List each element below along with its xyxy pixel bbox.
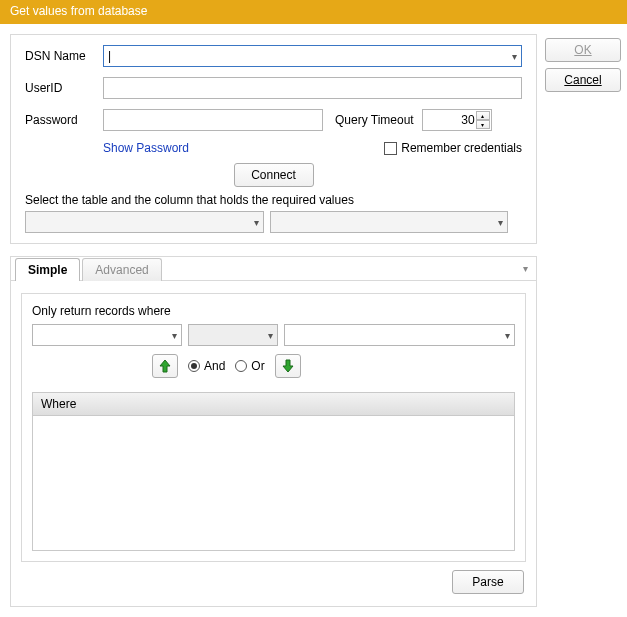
timeout-spinner[interactable]: 30 ▴ ▾ — [422, 109, 492, 131]
radio-selected-icon — [188, 360, 200, 372]
where-value-combo[interactable] — [284, 324, 515, 346]
column-combo[interactable] — [270, 211, 509, 233]
cancel-button[interactable]: Cancel — [545, 68, 621, 92]
show-password-link[interactable]: Show Password — [103, 141, 189, 155]
tab-overflow-icon[interactable] — [523, 263, 528, 274]
dsn-value: | — [108, 49, 111, 63]
arrow-up-icon — [159, 359, 171, 373]
dialog-window: Get values from database DSN Name | User… — [0, 0, 627, 617]
tab-advanced[interactable]: Advanced — [82, 258, 161, 281]
filter-heading: Only return records where — [32, 304, 515, 318]
remember-label: Remember credentials — [401, 141, 522, 155]
dialog-body: DSN Name | UserID Password Query Timeout… — [0, 24, 627, 617]
where-field-combo[interactable] — [32, 324, 182, 346]
where-grid[interactable]: Where — [32, 392, 515, 551]
dsn-combo[interactable]: | — [103, 45, 522, 67]
chevron-down-icon — [172, 330, 177, 341]
side-column: OK Cancel — [545, 34, 621, 607]
table-combo[interactable] — [25, 211, 264, 233]
dsn-label: DSN Name — [25, 49, 95, 63]
spinner-down-icon[interactable]: ▾ — [476, 120, 490, 129]
userid-label: UserID — [25, 81, 95, 95]
tab-body: Only return records where — [11, 281, 536, 606]
or-radio[interactable]: Or — [235, 359, 264, 373]
parse-button[interactable]: Parse — [452, 570, 524, 594]
chevron-down-icon — [505, 330, 510, 341]
password-input[interactable] — [103, 109, 323, 131]
spinner-up-icon[interactable]: ▴ — [476, 111, 490, 120]
connection-panel: DSN Name | UserID Password Query Timeout… — [10, 34, 537, 244]
userid-input[interactable] — [103, 77, 522, 99]
chevron-down-icon — [254, 217, 259, 228]
radio-icon — [235, 360, 247, 372]
timeout-value: 30 — [461, 113, 474, 127]
select-hint: Select the table and the column that hol… — [25, 193, 522, 207]
move-down-button[interactable] — [275, 354, 301, 378]
password-label: Password — [25, 113, 95, 127]
and-radio[interactable]: And — [188, 359, 225, 373]
connect-button[interactable]: Connect — [234, 163, 314, 187]
move-up-button[interactable] — [152, 354, 178, 378]
main-column: DSN Name | UserID Password Query Timeout… — [10, 34, 537, 607]
query-tabs: Simple Advanced Only return records wher… — [10, 256, 537, 607]
filter-panel: Only return records where — [21, 293, 526, 562]
dialog-title: Get values from database — [0, 0, 627, 24]
arrow-down-icon — [282, 359, 294, 373]
where-operator-combo[interactable] — [188, 324, 278, 346]
ok-button[interactable]: OK — [545, 38, 621, 62]
timeout-label: Query Timeout — [335, 113, 414, 127]
chevron-down-icon — [498, 217, 503, 228]
chevron-down-icon — [268, 330, 273, 341]
chevron-down-icon — [512, 51, 517, 62]
tab-simple[interactable]: Simple — [15, 258, 80, 281]
where-column-header: Where — [33, 393, 514, 416]
checkbox-icon — [384, 142, 397, 155]
spinner-arrows[interactable]: ▴ ▾ — [476, 111, 490, 129]
remember-checkbox[interactable]: Remember credentials — [384, 141, 522, 155]
tab-strip: Simple Advanced — [11, 257, 536, 281]
